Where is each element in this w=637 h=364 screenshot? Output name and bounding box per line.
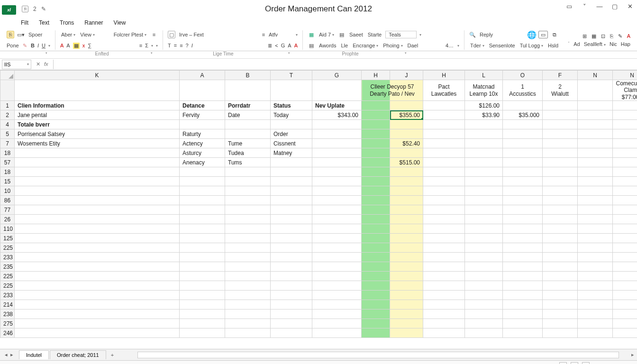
ab-button[interactable]: A xyxy=(294,43,298,48)
cell[interactable] xyxy=(15,148,180,158)
cell[interactable] xyxy=(423,148,465,158)
cell[interactable]: $52.40 xyxy=(390,139,423,148)
cell[interactable] xyxy=(225,300,271,309)
cell[interactable] xyxy=(503,281,543,291)
cell[interactable] xyxy=(543,158,578,167)
cell[interactable] xyxy=(312,319,362,328)
cell[interactable] xyxy=(225,196,271,205)
cell[interactable]: 6 xyxy=(613,110,637,120)
cell[interactable] xyxy=(503,234,543,243)
atfv-dropdown[interactable]: Atfv xyxy=(268,31,279,38)
cell[interactable]: $33.90 xyxy=(465,110,503,120)
row-header[interactable]: 1 xyxy=(0,101,15,110)
cell[interactable] xyxy=(423,243,465,253)
cell[interactable] xyxy=(362,196,390,205)
cell[interactable] xyxy=(15,224,180,234)
cell[interactable] xyxy=(465,291,503,300)
four-button[interactable]: 4… xyxy=(445,42,455,49)
header-cell[interactable] xyxy=(271,80,312,101)
fx-icon[interactable]: fx xyxy=(44,61,48,67)
q-button[interactable]: ? xyxy=(186,43,189,48)
cell[interactable] xyxy=(613,243,637,253)
cell[interactable] xyxy=(15,215,180,224)
cell[interactable] xyxy=(503,186,543,196)
cell[interactable] xyxy=(390,243,423,253)
cell[interactable] xyxy=(271,262,312,272)
cell[interactable] xyxy=(271,291,312,300)
header-cell-pact[interactable]: PactLawcatles xyxy=(423,80,465,101)
cell[interactable] xyxy=(225,234,271,243)
cell[interactable] xyxy=(503,309,543,319)
encrange-button[interactable]: Encrange ▾ xyxy=(352,42,379,49)
cell[interactable] xyxy=(465,234,503,243)
cell[interactable] xyxy=(390,234,423,243)
cell[interactable] xyxy=(271,224,312,234)
cell[interactable] xyxy=(578,224,613,234)
aid-button[interactable]: Aid 7▾ xyxy=(318,31,335,38)
cell[interactable] xyxy=(465,243,503,253)
cell[interactable] xyxy=(465,148,503,158)
cell[interactable] xyxy=(390,101,423,110)
row-header[interactable]: 26 xyxy=(0,215,15,224)
cell[interactable] xyxy=(271,196,312,205)
starte-button[interactable]: Starte xyxy=(367,31,382,38)
col-B[interactable]: B xyxy=(225,71,271,80)
cell[interactable] xyxy=(225,167,271,177)
cell[interactable]: Tums xyxy=(225,158,271,167)
cell[interactable] xyxy=(613,167,637,177)
cell[interactable] xyxy=(503,148,543,158)
far-ic4-icon[interactable]: ⎘ xyxy=(610,33,613,39)
cell[interactable] xyxy=(613,224,637,234)
cell[interactable] xyxy=(15,319,180,328)
cell[interactable] xyxy=(543,253,578,262)
table-row[interactable]: 10 xyxy=(0,186,637,196)
cell[interactable] xyxy=(465,319,503,328)
cell[interactable] xyxy=(362,234,390,243)
cell[interactable] xyxy=(271,281,312,291)
menu-trans[interactable]: Trons xyxy=(60,19,74,26)
cell[interactable] xyxy=(362,158,390,167)
phoing-button[interactable]: Phoing▾ xyxy=(382,42,403,49)
cell[interactable] xyxy=(312,281,362,291)
row-header[interactable]: 7 xyxy=(0,139,15,148)
cell[interactable] xyxy=(613,186,637,196)
row-header[interactable]: 18 xyxy=(0,148,15,158)
cell[interactable] xyxy=(543,243,578,253)
cell[interactable] xyxy=(423,167,465,177)
sigma-button[interactable]: Σ xyxy=(145,43,148,48)
cell[interactable] xyxy=(503,129,543,139)
header-cell-comecury[interactable]: Comecury 5fClamp $77:003 xyxy=(613,80,637,101)
cell[interactable] xyxy=(362,215,390,224)
view-layout-icon[interactable]: ⊞ xyxy=(571,362,578,364)
cell[interactable] xyxy=(225,129,271,139)
cell[interactable] xyxy=(225,328,271,338)
cell[interactable] xyxy=(423,328,465,338)
cell[interactable] xyxy=(578,309,613,319)
far-ad[interactable]: Ad xyxy=(573,41,580,47)
aber-dropdown[interactable]: Aber ▾ xyxy=(60,31,76,38)
cell[interactable] xyxy=(613,328,637,338)
table-row[interactable]: 125 xyxy=(0,234,637,243)
cell[interactable] xyxy=(503,215,543,224)
cell[interactable] xyxy=(543,328,578,338)
cell[interactable] xyxy=(613,205,637,215)
row-header[interactable]: 125 xyxy=(0,234,15,243)
search-icon[interactable]: 🔍 xyxy=(469,32,476,38)
col-H[interactable]: H xyxy=(362,71,390,80)
cell[interactable]: Nev Uplate xyxy=(312,101,362,110)
cell[interactable] xyxy=(613,253,637,262)
cell[interactable] xyxy=(465,158,503,167)
awords-button[interactable]: Awords xyxy=(318,42,337,49)
tab-nav-prev-icon[interactable]: ▸ xyxy=(10,352,13,358)
cell[interactable] xyxy=(543,281,578,291)
cell[interactable] xyxy=(503,328,543,338)
cell[interactable] xyxy=(543,300,578,309)
cell[interactable] xyxy=(503,101,543,110)
cell[interactable] xyxy=(423,186,465,196)
cell[interactable] xyxy=(312,186,362,196)
col-K[interactable]: K xyxy=(15,71,180,80)
cell[interactable] xyxy=(225,120,271,129)
close-icon[interactable]: ✕ xyxy=(626,3,634,10)
lle-button[interactable]: Lle xyxy=(340,42,349,49)
cell[interactable] xyxy=(362,120,390,129)
